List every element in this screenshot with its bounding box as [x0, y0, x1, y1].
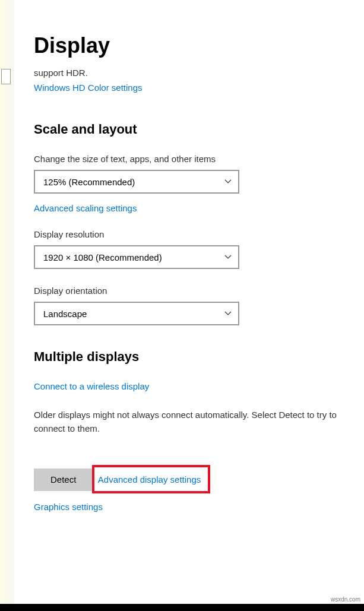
- resolution-dropdown[interactable]: 1920 × 1080 (Recommended): [34, 245, 239, 269]
- text-size-dropdown[interactable]: 125% (Recommended): [34, 170, 239, 194]
- settings-content: Display support HDR. Windows HD Color se…: [34, 0, 364, 512]
- connect-wireless-link[interactable]: Connect to a wireless display: [34, 381, 149, 391]
- advanced-display-link[interactable]: Advanced display settings: [98, 474, 201, 485]
- advanced-scaling-link[interactable]: Advanced scaling settings: [34, 203, 137, 213]
- older-displays-text: Older displays might not always connect …: [34, 409, 364, 435]
- orientation-value: Landscape: [43, 309, 87, 319]
- graphics-settings-link[interactable]: Graphics settings: [34, 502, 103, 512]
- left-divider: [14, 0, 15, 611]
- chevron-down-icon: [224, 309, 232, 318]
- page-title: Display: [34, 33, 364, 58]
- multiple-displays-heading: Multiple displays: [34, 349, 364, 365]
- bottom-bar: [0, 604, 364, 611]
- scale-layout-heading: Scale and layout: [34, 122, 364, 137]
- chevron-down-icon: [224, 178, 232, 186]
- cutoff-control-fragment: [1, 69, 11, 84]
- left-edge-bar: [0, 0, 14, 611]
- watermark-text: wsxdn.com: [331, 596, 360, 603]
- text-size-label: Change the size of text, apps, and other…: [34, 154, 364, 164]
- resolution-value: 1920 × 1080 (Recommended): [43, 252, 162, 262]
- chevron-down-icon: [224, 253, 232, 261]
- detect-button[interactable]: Detect: [34, 468, 93, 491]
- orientation-dropdown[interactable]: Landscape: [34, 302, 239, 325]
- hdr-support-text: support HDR.: [34, 67, 364, 79]
- highlight-annotation: Advanced display settings: [92, 465, 210, 493]
- orientation-label: Display orientation: [34, 286, 364, 296]
- hd-color-settings-link[interactable]: Windows HD Color settings: [34, 83, 143, 93]
- text-size-value: 125% (Recommended): [43, 177, 135, 187]
- resolution-label: Display resolution: [34, 229, 364, 239]
